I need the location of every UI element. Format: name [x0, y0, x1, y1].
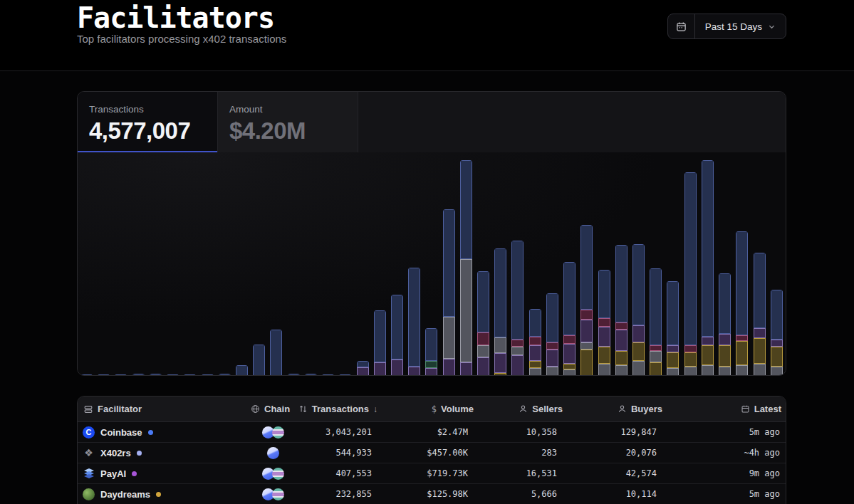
chart-bar[interactable] [702, 160, 714, 376]
chart-bar[interactable] [719, 273, 731, 376]
column-header-chain[interactable]: Chain [246, 404, 300, 414]
person-icon [618, 404, 627, 414]
chart-bar[interactable] [650, 268, 662, 376]
table-row[interactable]: CCoinbase3,043,201$2.47M10,358129,8475m … [78, 422, 786, 443]
chart-bar[interactable] [563, 262, 576, 376]
bar-segment-purple [632, 325, 645, 342]
chart-bar[interactable] [374, 310, 386, 376]
chart-bar[interactable] [736, 231, 748, 376]
page-title: Facilitators [77, 1, 274, 34]
chart-bar[interactable] [477, 271, 489, 376]
bar-segment-navy-blue [719, 273, 731, 334]
chart-bar[interactable] [80, 374, 93, 376]
chart-bar[interactable] [219, 374, 231, 376]
chart-bar[interactable] [167, 374, 179, 376]
chart-bar[interactable] [339, 374, 351, 376]
sort-desc-icon: ↓ [373, 404, 377, 414]
sort-icon [298, 404, 308, 414]
stacked-bar-chart [78, 152, 786, 376]
chart-bar[interactable] [253, 345, 265, 376]
chart-bar[interactable] [322, 374, 334, 376]
page-subtitle: Top facilitators processing x402 transac… [77, 33, 286, 45]
chart-bar[interactable] [236, 365, 248, 376]
chain-cell [246, 468, 300, 480]
chart-bar[interactable] [425, 328, 437, 376]
stat-label: Transactions [89, 104, 217, 115]
column-label: Buyers [631, 404, 662, 414]
bar-segment-navy-blue [270, 330, 282, 376]
chart-bar[interactable] [667, 281, 679, 376]
table-row[interactable]: PayAI407,553$719.73K16,53142,5749m ago [78, 463, 786, 484]
chart-bar[interactable] [150, 374, 162, 376]
bar-segment-navy-blue [150, 374, 162, 376]
solana-chain-icon [272, 488, 284, 500]
bar-segment-navy-blue [650, 268, 662, 345]
bar-segment-olive [771, 347, 783, 367]
chart-bar[interactable] [357, 361, 369, 376]
chart-bar[interactable] [202, 374, 214, 376]
chart-bar[interactable] [546, 293, 558, 376]
chain-cell [246, 447, 300, 459]
bar-segment-olive [563, 364, 576, 369]
facilitators-table: FacilitatorChainTransactions↓$VolumeSell… [77, 396, 786, 504]
bar-segment-gray [702, 365, 714, 376]
table-row[interactable]: ❖X402rs544,933$457.00K28320,076~4h ago [78, 443, 786, 463]
chart-bar[interactable] [98, 374, 110, 376]
chart-bar[interactable] [460, 160, 472, 376]
tab-transactions[interactable]: Transactions 4,577,007 [78, 92, 218, 152]
tab-amount[interactable]: Amount $4.20M [218, 92, 358, 152]
dollar-icon: $ [432, 404, 437, 414]
bar-segment-navy-blue [425, 328, 437, 361]
bar-segment-purple [667, 345, 679, 352]
bar-segment-navy-blue [374, 310, 386, 362]
bar-segment-navy-blue [580, 225, 593, 310]
bar-segment-navy-blue [80, 374, 93, 376]
bar-segment-gray [563, 369, 576, 376]
chart-bar[interactable] [443, 209, 455, 376]
chart-bar[interactable] [408, 268, 420, 376]
solana-chain-icon [272, 468, 284, 480]
chart-bar[interactable] [754, 253, 766, 376]
chart-bar[interactable] [305, 374, 317, 376]
chart-bar[interactable] [184, 374, 196, 376]
sellers-cell: 5,666 [478, 489, 567, 499]
chart-bar[interactable] [632, 244, 645, 376]
calendar-button[interactable] [668, 14, 695, 38]
column-header-transactions[interactable]: Transactions↓ [300, 404, 382, 414]
bar-segment-purple [598, 327, 610, 347]
column-header-buyers[interactable]: Buyers [567, 404, 667, 414]
bar-segment-gray [546, 367, 558, 376]
bar-segment-gray [477, 345, 489, 357]
chart-bar[interactable] [615, 245, 628, 376]
chart-bar[interactable] [270, 330, 282, 376]
chart-bar[interactable] [684, 172, 697, 376]
date-range-dropdown[interactable]: Past 15 Days [695, 14, 786, 38]
chart-bar[interactable] [132, 374, 145, 376]
chart-bar[interactable] [391, 295, 403, 376]
transactions-cell: 232,855 [300, 489, 382, 499]
bar-segment-navy-blue [754, 253, 766, 328]
column-header-latest[interactable]: Latest [667, 404, 786, 414]
bar-segment-navy-blue [357, 361, 369, 367]
column-header-sellers[interactable]: Sellers [478, 404, 567, 414]
chart-bar[interactable] [771, 290, 783, 376]
bar-segment-purple [719, 334, 731, 345]
chart-bar[interactable] [288, 374, 300, 376]
bar-segment-navy-blue [615, 245, 628, 322]
bar-segment-gray [632, 361, 645, 376]
chart-bar[interactable] [494, 248, 506, 376]
bar-segment-purple [771, 340, 783, 347]
table-row[interactable]: Daydreams232,855$125.98K5,66610,1145m ag… [78, 484, 786, 504]
chart-bar[interactable] [511, 241, 524, 376]
globe-icon [251, 404, 260, 414]
chart-bar[interactable] [580, 225, 593, 376]
bar-segment-navy-blue [132, 374, 145, 376]
chart-bar[interactable] [598, 270, 610, 376]
chart-bar[interactable] [529, 309, 541, 376]
column-header-volume[interactable]: $Volume [382, 404, 478, 414]
bar-segment-purple [702, 337, 714, 345]
date-range-picker[interactable]: Past 15 Days [667, 14, 786, 39]
chart-bar[interactable] [115, 374, 127, 376]
bar-segment-maroon [736, 335, 748, 341]
column-header-facilitator[interactable]: Facilitator [78, 404, 246, 414]
